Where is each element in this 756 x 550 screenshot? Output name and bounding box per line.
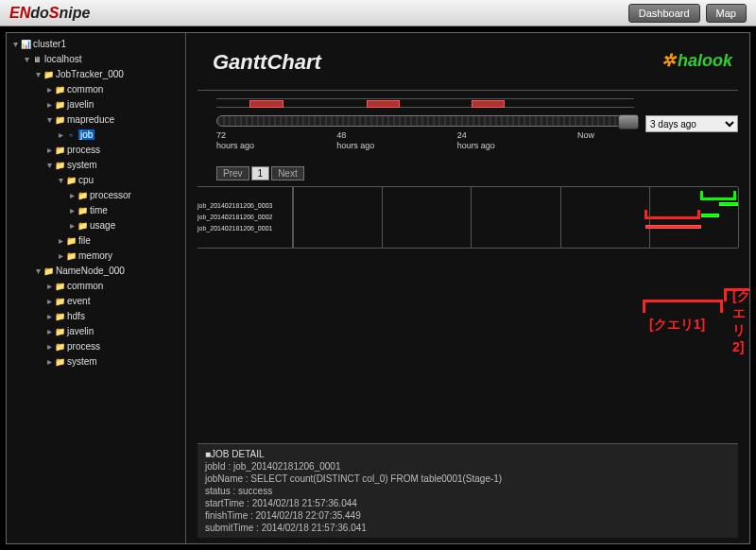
- tree-label[interactable]: cluster1: [33, 39, 66, 49]
- tree-item[interactable]: ▸time: [67, 203, 183, 218]
- leaf-icon: ▸: [67, 188, 77, 202]
- tree-item[interactable]: ▾localhost▾JobTracker_000▸common▸javelin…: [22, 52, 183, 370]
- time-slider[interactable]: [216, 115, 634, 127]
- tree-label[interactable]: job: [78, 129, 94, 140]
- folder-icon: [65, 249, 77, 264]
- annotation-query2: [クエリ2]: [732, 288, 749, 354]
- range-select[interactable]: 3 days ago: [645, 115, 738, 132]
- tree-label[interactable]: javelin: [67, 99, 94, 110]
- tree-label[interactable]: usage: [90, 220, 115, 231]
- leaf-icon: ▸: [44, 324, 54, 338]
- gantt-bar[interactable]: [645, 225, 701, 229]
- tree-item[interactable]: ▸javelin: [44, 97, 183, 112]
- folder-icon: [54, 294, 65, 309]
- pager: Prev 1 Next: [216, 166, 749, 180]
- sidebar-tree[interactable]: ▾cluster1▾localhost▾JobTracker_000▸commo…: [7, 33, 186, 543]
- tree-item[interactable]: ▸process: [44, 143, 183, 158]
- tree-label[interactable]: javelin: [67, 326, 94, 336]
- bracket-query1-top: [644, 210, 700, 219]
- folder-icon: [54, 354, 65, 370]
- gantt-bar[interactable]: [701, 214, 720, 217]
- tree-item[interactable]: ▸job: [56, 128, 183, 143]
- tree-label[interactable]: process: [67, 341, 100, 352]
- leaf-icon: ▸: [56, 249, 65, 263]
- main-panel: ✲halook GanttChart 72hours ago48hours ag…: [186, 33, 749, 543]
- tree-item[interactable]: ▸processor: [67, 188, 183, 203]
- tree-item[interactable]: ▾mapreduce▸job: [44, 112, 183, 143]
- dashboard-button[interactable]: Dashboard: [628, 4, 700, 23]
- gantt-row-label: job_201402181206_0003: [198, 200, 292, 212]
- tree-item[interactable]: ▸system: [44, 354, 183, 370]
- tree-label[interactable]: file: [78, 235, 91, 246]
- app-header: ENdoSnipe Dashboard Map: [0, 0, 756, 26]
- detail-heading: ■JOB DETAIL: [205, 448, 730, 460]
- tree-label[interactable]: memory: [78, 250, 112, 261]
- tree-item[interactable]: ▸common: [44, 279, 183, 294]
- tree-label[interactable]: common: [67, 281, 103, 291]
- folder-icon: [54, 324, 65, 339]
- collapse-icon[interactable]: ▾: [22, 52, 31, 66]
- folder-icon: [54, 112, 65, 128]
- tree-label[interactable]: NameNode_000: [56, 266, 125, 276]
- tree-item[interactable]: ▾NameNode_000▸common▸event▸hdfs▸javelin▸…: [33, 264, 183, 370]
- folder-icon: [65, 173, 77, 188]
- pager-next[interactable]: Next: [271, 166, 304, 180]
- tree-label[interactable]: event: [67, 296, 90, 306]
- pager-prev[interactable]: Prev: [216, 166, 249, 180]
- tree-label[interactable]: time: [90, 205, 108, 215]
- collapse-icon[interactable]: ▾: [44, 112, 54, 127]
- tree-item[interactable]: ▾JobTracker_000▸common▸javelin▾mapreduce…: [33, 67, 183, 264]
- tree-item[interactable]: ▸common: [44, 82, 183, 97]
- tick-label: 24hours ago: [457, 130, 514, 151]
- collapse-icon[interactable]: ▾: [33, 264, 43, 278]
- leaf-icon: ▸: [56, 233, 65, 248]
- tree-item[interactable]: ▾system▾cpu▸processor▸time▸usage▸file▸me…: [44, 158, 183, 264]
- tick-label: 48hours ago: [336, 130, 393, 151]
- tick-label: 72hours ago: [216, 130, 273, 151]
- tree-label[interactable]: cpu: [78, 175, 94, 185]
- tree-item[interactable]: ▸event: [44, 294, 183, 309]
- collapse-icon[interactable]: ▾: [44, 158, 54, 172]
- tree-label[interactable]: processor: [90, 190, 131, 200]
- tree-item[interactable]: ▾cluster1▾localhost▾JobTracker_000▸commo…: [10, 37, 183, 370]
- tree-label[interactable]: mapreduce: [67, 114, 114, 125]
- tree-label[interactable]: system: [67, 160, 97, 170]
- tick-label: Now: [577, 130, 634, 151]
- slider-handle[interactable]: [618, 114, 639, 129]
- tree-item[interactable]: ▸process: [44, 339, 183, 354]
- tree-item[interactable]: ▾cpu▸processor▸time▸usage: [56, 173, 183, 233]
- folder-icon: [54, 279, 65, 294]
- folder-icon: [43, 264, 54, 279]
- folder-icon: [54, 309, 65, 324]
- collapse-icon[interactable]: ▾: [33, 67, 43, 81]
- tree-item[interactable]: ▸javelin: [44, 324, 183, 339]
- gantt-row-label: job_201402181206_0002: [198, 212, 292, 223]
- tree-label[interactable]: JobTracker_000: [56, 69, 124, 79]
- root-icon: [20, 37, 31, 52]
- tree-item[interactable]: ▸file: [56, 233, 183, 249]
- tree-item[interactable]: ▸hdfs: [44, 309, 183, 324]
- folder-icon: [77, 188, 88, 203]
- gantt-bar[interactable]: [719, 202, 738, 206]
- tree-label[interactable]: common: [67, 84, 103, 95]
- map-button[interactable]: Map: [706, 4, 747, 23]
- folder-icon: [65, 233, 77, 249]
- pager-page[interactable]: 1: [251, 166, 270, 180]
- tree-label[interactable]: process: [67, 145, 100, 155]
- detail-line: jobId : job_201402181206_0001: [205, 460, 730, 473]
- collapse-icon[interactable]: ▾: [10, 37, 20, 51]
- tree-label[interactable]: system: [67, 356, 97, 367]
- gantt-chart: job_201402181206_0003job_201402181206_00…: [198, 186, 738, 249]
- leaf-icon: ▸: [44, 309, 54, 323]
- tree-label[interactable]: localhost: [44, 54, 81, 64]
- folder-icon: [54, 339, 65, 354]
- leaf-icon: ▸: [44, 279, 54, 293]
- tree-item[interactable]: ▸memory: [56, 249, 183, 264]
- tree-item[interactable]: ▸usage: [67, 218, 183, 233]
- leaf-icon: ▸: [44, 82, 54, 96]
- leaf-icon: ▸: [44, 143, 54, 157]
- tree-label[interactable]: hdfs: [67, 311, 85, 321]
- leaf-icon: ▸: [44, 294, 54, 308]
- folder-icon: [54, 158, 65, 173]
- collapse-icon[interactable]: ▾: [56, 173, 65, 187]
